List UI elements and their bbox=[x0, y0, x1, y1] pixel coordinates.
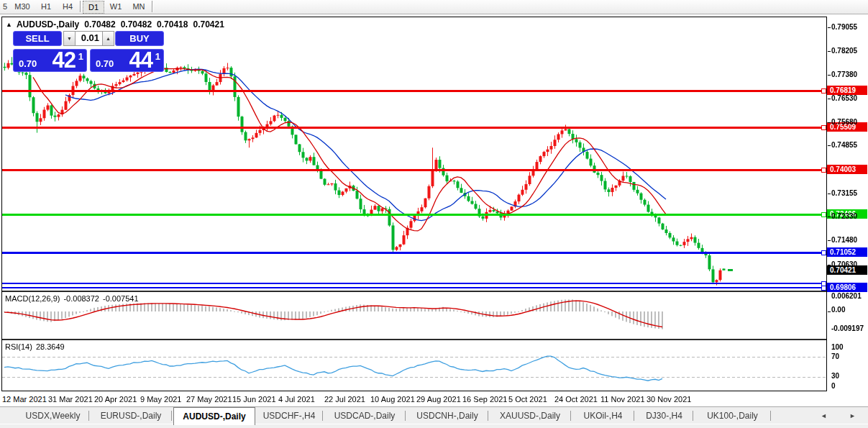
ohlc-close: 0.70421 bbox=[193, 19, 224, 29]
sell-button[interactable]: SELL bbox=[13, 31, 62, 46]
sell-price-button[interactable]: 0.70 42 1 bbox=[13, 49, 87, 72]
rsi-value: 28.3649 bbox=[36, 342, 65, 351]
pane-divider-rsi[interactable] bbox=[2, 339, 826, 340]
tab-separator bbox=[488, 411, 488, 421]
hline-endsquare-support-green bbox=[821, 212, 826, 217]
ohlc-low: 0.70418 bbox=[157, 19, 188, 29]
axis-tickmark bbox=[828, 27, 831, 28]
timeframe-toolbar: 5M30H1H4D1W1MN bbox=[0, 0, 868, 14]
timeframe-button-d1[interactable]: D1 bbox=[83, 1, 104, 14]
tab-uk100-daily[interactable]: UK100-,Daily bbox=[695, 409, 770, 424]
axis-tickmark bbox=[828, 145, 831, 146]
toolbar-separator bbox=[80, 1, 81, 12]
axis-tickmark bbox=[828, 240, 831, 241]
axis-tick-label: 0.76530 bbox=[831, 94, 857, 102]
price-badge-resistance-3: 0.74003 bbox=[827, 165, 867, 174]
tab-xauusd-daily[interactable]: XAUUSD-,Daily bbox=[490, 409, 570, 424]
date-label: 31 Mar 2021 bbox=[48, 395, 93, 404]
date-label: 5 Oct 2021 bbox=[508, 395, 547, 404]
buy-price-prefix: 0.70 bbox=[96, 58, 114, 69]
date-label: 29 Aug 2021 bbox=[416, 395, 461, 404]
tab-usdcnh-daily[interactable]: USDCNH-,Daily bbox=[407, 409, 488, 424]
macd-axis-min: -0.009197 bbox=[831, 324, 864, 332]
hline-support-blue-1[interactable] bbox=[2, 252, 826, 254]
date-label: 4 Jul 2021 bbox=[278, 395, 315, 404]
hline-endsquare-resistance-3 bbox=[821, 168, 826, 173]
axis-tickmark bbox=[828, 193, 831, 194]
date-label: 16 Sep 2021 bbox=[462, 395, 507, 404]
tab-dj30-h4[interactable]: DJ30-,H4 bbox=[636, 409, 693, 424]
tab-separator bbox=[322, 411, 323, 421]
chart-frame bbox=[1, 17, 827, 391]
pane-divider-macd[interactable] bbox=[2, 291, 826, 292]
timeframe-button-w1[interactable]: W1 bbox=[106, 1, 126, 12]
tab-usdcad-daily[interactable]: USDCAD-,Daily bbox=[324, 409, 405, 424]
tab-separator bbox=[405, 411, 406, 421]
date-label: 22 Jul 2021 bbox=[324, 395, 365, 404]
date-label: 9 May 2021 bbox=[140, 395, 181, 404]
tabs-scroll-left-icon[interactable]: ◄ bbox=[821, 412, 827, 419]
tab-audusd-daily[interactable]: AUDUSD-,Daily bbox=[173, 407, 255, 425]
axis-tick-label: 0.77380 bbox=[831, 70, 857, 78]
hline-resistance-1[interactable] bbox=[2, 90, 826, 92]
rsi-label: RSI(14)28.3649 bbox=[5, 342, 65, 351]
axis-tick-label: 0.71480 bbox=[831, 236, 857, 244]
volume-down-button[interactable]: ▼ bbox=[63, 31, 76, 46]
buy-price-button[interactable]: 0.70 44 1 bbox=[90, 49, 164, 72]
timeframe-button-m30[interactable]: M30 bbox=[11, 1, 34, 12]
macd-main-value: -0.008372 bbox=[63, 294, 99, 303]
axis-tick-label: 0.73155 bbox=[831, 189, 857, 197]
last-candle-marker bbox=[728, 269, 733, 271]
timeframe-button-h1[interactable]: H1 bbox=[37, 1, 55, 12]
chart-title: ▲AUDUSD-,Daily0.704820.704820.704180.704… bbox=[6, 19, 224, 29]
date-label: 30 Nov 2021 bbox=[647, 395, 691, 404]
date-label: 10 Aug 2021 bbox=[370, 395, 415, 404]
hline-support-blue-2b[interactable] bbox=[2, 287, 826, 288]
tab-usdx-weekly[interactable]: USDX,Weekly bbox=[17, 409, 88, 424]
hline-support-blue-2a[interactable] bbox=[2, 283, 826, 284]
volume-input[interactable]: 0.01 bbox=[76, 31, 102, 46]
date-label: 11 Nov 2021 bbox=[600, 395, 645, 404]
symbol-arrow-icon[interactable]: ▲ bbox=[6, 21, 12, 28]
axis-tick-label: 0.79055 bbox=[831, 23, 857, 31]
current-price-badge: 0.70421 bbox=[827, 265, 867, 275]
tab-usdchf-h4[interactable]: USDCHF-,H4 bbox=[256, 409, 322, 424]
chart-symbol-label: AUDUSD-,Daily bbox=[17, 19, 79, 29]
hline-support-green[interactable] bbox=[2, 214, 826, 216]
volume-up-button[interactable]: ▲ bbox=[102, 31, 114, 46]
macd-axis-zero: 0.00 bbox=[831, 306, 845, 314]
hline-endsquare-support-blue-2b bbox=[821, 286, 826, 291]
timeframe-button-mn[interactable]: MN bbox=[129, 1, 149, 12]
chart-tab-bar: ◄ ► USDX,WeeklyEURUSD-,DailyAUDUSD-,Dail… bbox=[0, 406, 868, 424]
sell-price-big-digits: 42 bbox=[52, 47, 76, 73]
date-label: 24 Oct 2021 bbox=[554, 395, 598, 404]
axis-tick-label: 0.72330 bbox=[831, 212, 857, 220]
rsi-axis-100: 100 bbox=[831, 343, 844, 351]
macd-axis-max: 0.006201 bbox=[831, 292, 862, 300]
tab-separator bbox=[88, 411, 89, 421]
toolbar-separator bbox=[152, 1, 153, 12]
buy-button[interactable]: BUY bbox=[115, 31, 164, 46]
date-label: 12 Mar 2021 bbox=[2, 395, 47, 404]
axis-tick-label: 0.75680 bbox=[831, 118, 857, 126]
rsi-axis-70: 70 bbox=[831, 352, 839, 360]
tabs-scroll-right-icon[interactable]: ► bbox=[849, 412, 856, 419]
macd-name: MACD(12,26,9) bbox=[5, 294, 60, 303]
price-badge-support-blue-2b: 0.69806 bbox=[827, 283, 867, 292]
date-label: 20 Apr 2021 bbox=[94, 395, 137, 404]
tab-separator bbox=[770, 411, 771, 421]
timeframe-button-h4[interactable]: H4 bbox=[58, 1, 77, 12]
bottom-strip bbox=[0, 424, 868, 428]
date-label: 27 May 2021 bbox=[186, 395, 232, 404]
macd-label: MACD(12,26,9)-0.008372-0.007541 bbox=[5, 294, 139, 303]
price-badge-support-blue-1: 0.71052 bbox=[827, 247, 867, 257]
tab-ukoil-h4[interactable]: UKOil-,H4 bbox=[572, 409, 634, 424]
macd-zero-tickmark bbox=[828, 311, 831, 312]
axis-tickmark bbox=[828, 217, 831, 217]
timeframe-button-5[interactable]: 5 bbox=[1, 1, 9, 12]
axis-tick-label: 0.78205 bbox=[831, 47, 857, 55]
hline-resistance-2[interactable] bbox=[2, 127, 826, 129]
ohlc-high: 0.70482 bbox=[121, 19, 152, 29]
hline-resistance-3[interactable] bbox=[2, 169, 826, 171]
tab-eurusd-daily[interactable]: EURUSD-,Daily bbox=[91, 409, 171, 424]
